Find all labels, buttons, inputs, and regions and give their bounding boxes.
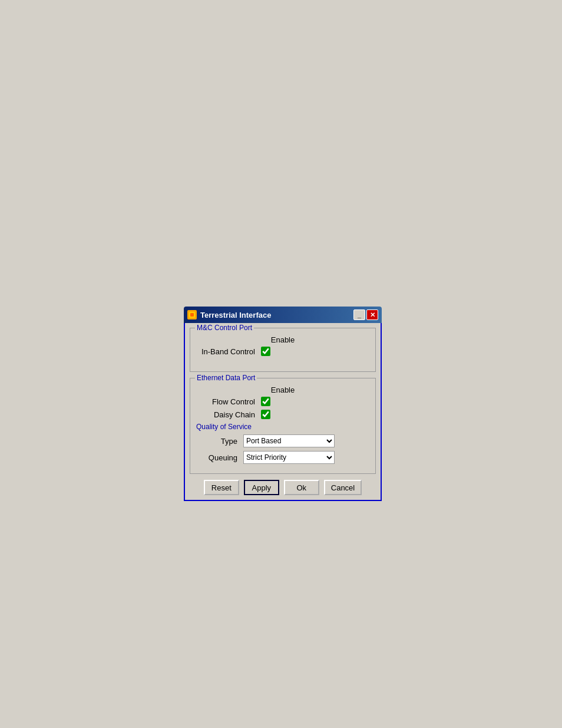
apply-button[interactable]: Apply bbox=[244, 480, 279, 495]
dialog-title: Terrestrial Interface bbox=[200, 311, 271, 319]
type-label: Type bbox=[196, 437, 237, 446]
in-band-row: In-Band Control bbox=[196, 347, 369, 356]
in-band-checkbox-wrap bbox=[261, 347, 270, 356]
close-button[interactable]: ✕ bbox=[366, 309, 378, 320]
daisy-chain-checkbox-wrap bbox=[261, 410, 270, 419]
svg-rect-1 bbox=[190, 313, 194, 317]
app-icon bbox=[187, 310, 197, 319]
daisy-chain-checkbox[interactable] bbox=[261, 410, 270, 419]
flow-control-checkbox-wrap bbox=[261, 397, 270, 406]
type-row: Type Port Based DSCP Based 802.1p Based bbox=[196, 434, 369, 447]
daisy-chain-label: Daisy Chain bbox=[196, 410, 255, 419]
in-band-label: In-Band Control bbox=[196, 347, 255, 356]
queuing-select[interactable]: Strict Priority Weighted Round Robin bbox=[243, 451, 335, 464]
mc-group-title: M&C Control Port bbox=[195, 324, 254, 332]
reset-button[interactable]: Reset bbox=[204, 480, 239, 495]
mc-enable-header: Enable bbox=[196, 335, 369, 344]
daisy-chain-row: Daisy Chain bbox=[196, 410, 369, 419]
flow-control-checkbox[interactable] bbox=[261, 397, 270, 406]
cancel-button[interactable]: Cancel bbox=[324, 480, 362, 495]
title-bar-left: Terrestrial Interface bbox=[187, 310, 271, 319]
queuing-row: Queuing Strict Priority Weighted Round R… bbox=[196, 451, 369, 464]
mc-control-port-group: M&C Control Port Enable In-Band Control bbox=[190, 328, 376, 372]
dialog-window: Terrestrial Interface _ ✕ M&C Control Po… bbox=[184, 307, 382, 501]
type-select[interactable]: Port Based DSCP Based 802.1p Based bbox=[243, 434, 335, 447]
ok-button[interactable]: Ok bbox=[284, 480, 319, 495]
minimize-button[interactable]: _ bbox=[353, 309, 365, 320]
title-bar: Terrestrial Interface _ ✕ bbox=[184, 307, 382, 323]
flow-control-label: Flow Control bbox=[196, 397, 255, 406]
in-band-checkbox[interactable] bbox=[261, 347, 270, 356]
qos-section: Quality of Service Type Port Based DSCP … bbox=[196, 423, 369, 464]
flow-control-row: Flow Control bbox=[196, 397, 369, 406]
title-buttons: _ ✕ bbox=[353, 309, 378, 320]
queuing-label: Queuing bbox=[196, 453, 237, 462]
ethernet-data-port-group: Ethernet Data Port Enable Flow Control D… bbox=[190, 378, 376, 474]
button-row: Reset Apply Ok Cancel bbox=[190, 480, 376, 495]
ethernet-enable-header: Enable bbox=[196, 386, 369, 394]
dialog-body: M&C Control Port Enable In-Band Control … bbox=[184, 323, 382, 501]
ethernet-group-title: Ethernet Data Port bbox=[195, 374, 257, 382]
qos-title: Quality of Service bbox=[196, 423, 369, 431]
